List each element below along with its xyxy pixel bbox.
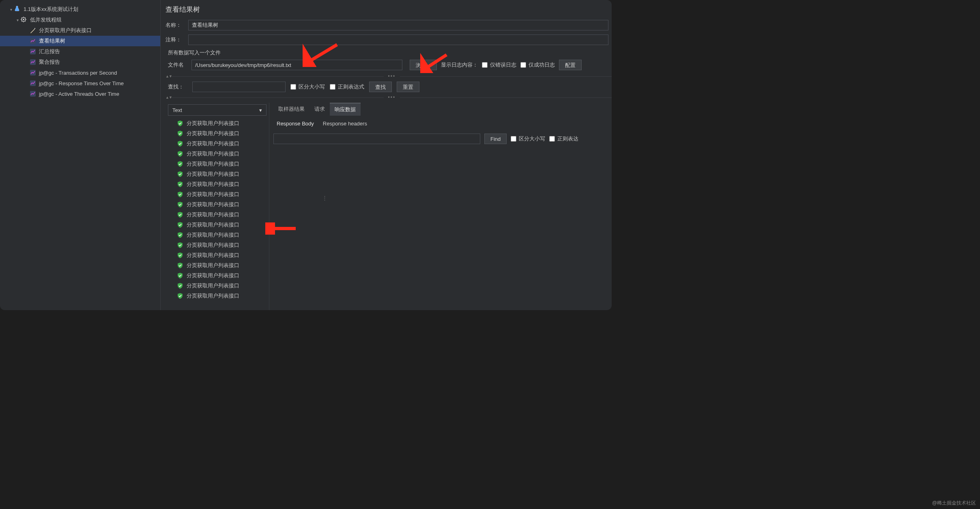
tree-item-label: 查看结果树 [39,37,65,45]
only-success-checkbox[interactable]: 仅成功日志 [520,61,555,69]
expand-toggle-icon[interactable]: ▾ [8,7,14,12]
tree-item-listener[interactable]: 汇总报告 [0,46,160,57]
result-item[interactable]: 分页获取用户列表接口 [165,260,269,270]
subtab-response-body[interactable]: Response Body [273,119,317,128]
search-input[interactable] [192,82,286,92]
result-item[interactable]: 分页获取用户列表接口 [165,138,269,149]
tree-item-label: jp@gc - Active Threads Over Time [39,91,119,97]
result-item-label: 分页获取用户列表接口 [187,292,239,300]
reset-button[interactable]: 重置 [397,82,419,92]
tree-item-listener[interactable]: jp@gc - Active Threads Over Time [0,88,160,99]
tree-item-label: jp@gc - Response Times Over Time [39,80,124,86]
result-item[interactable]: 分页获取用户列表接口 [165,250,269,260]
success-shield-icon [177,252,183,259]
vertical-drag-handle[interactable]: ⋮ [322,195,327,201]
tree-item-listener[interactable]: jp@gc - Response Times Over Time [0,78,160,88]
success-shield-icon [177,242,183,248]
result-item-label: 分页获取用户列表接口 [187,242,239,249]
tree-item-listener[interactable]: jp@gc - Transactions per Second [0,67,160,78]
listener-icon [29,90,37,97]
result-item[interactable]: 分页获取用户列表接口 [165,128,269,138]
tree-item-sampler[interactable]: 分页获取用户列表接口 [0,25,160,36]
only-error-checkbox[interactable]: 仅错误日志 [482,61,516,69]
search-label: 查找： [168,83,187,91]
case-sensitive-checkbox[interactable]: 区分大小写 [290,83,325,91]
tree-group-label: 低并发线程组 [30,16,62,24]
browse-button[interactable]: 浏览... [410,60,437,70]
collapse-divider-2[interactable]: ▲▼ ••• [165,95,612,100]
listener-icon [29,48,37,55]
thread-group-icon [20,16,28,24]
result-item[interactable]: 分页获取用户列表接口 [165,189,269,199]
result-item[interactable]: 分页获取用户列表接口 [165,291,269,301]
success-shield-icon [177,151,183,157]
tree-sidebar: ▾ 1.1版本xx系统测试计划 ▾ 低并发线程组 分页获取用户列表接口查看结果树… [0,0,161,310]
tree-item-label: 分页获取用户列表接口 [39,27,92,34]
find-regex-checkbox[interactable]: 正则表达 [549,135,578,142]
result-item-label: 分页获取用户列表接口 [187,170,239,178]
result-list[interactable]: 分页获取用户列表接口分页获取用户列表接口分页获取用户列表接口分页获取用户列表接口… [165,118,269,310]
result-item[interactable]: 分页获取用户列表接口 [165,149,269,159]
result-item[interactable]: 分页获取用户列表接口 [165,209,269,220]
result-item-label: 分页获取用户列表接口 [187,160,239,168]
result-item-label: 分页获取用户列表接口 [187,221,239,229]
panel-title: 查看结果树 [165,5,612,14]
tree-thread-group[interactable]: ▾ 低并发线程组 [0,15,160,25]
result-item[interactable]: 分页获取用户列表接口 [165,220,269,230]
find-button[interactable]: Find [484,134,507,144]
success-shield-icon [177,140,183,147]
name-input[interactable] [188,20,608,30]
find-input[interactable] [273,134,480,144]
tree-item-listener[interactable]: 聚合报告 [0,57,160,67]
search-button[interactable]: 查找 [369,82,392,92]
result-item[interactable]: 分页获取用户列表接口 [165,230,269,240]
success-shield-icon [177,293,183,299]
subtab-response-headers[interactable]: Response headers [320,119,370,128]
result-item-label: 分页获取用户列表接口 [187,272,239,279]
results-tree-panel: Text ▾ 分页获取用户列表接口分页获取用户列表接口分页获取用户列表接口分页获… [165,103,269,310]
filename-input[interactable] [191,60,402,70]
vertical-drag-handle[interactable]: ⋮ [268,224,273,231]
result-item-label: 分页获取用户列表接口 [187,181,239,188]
result-item[interactable]: 分页获取用户列表接口 [165,118,269,128]
result-item-label: 分页获取用户列表接口 [187,140,239,147]
collapse-toggle-icon[interactable]: ▲▼ [165,74,172,78]
svg-point-2 [34,28,35,29]
tab-request[interactable]: 请求 [309,103,330,115]
collapse-toggle-icon[interactable]: ▲▼ [165,95,172,99]
comment-input[interactable] [188,35,608,45]
result-item[interactable]: 分页获取用户列表接口 [165,270,269,280]
tree-root[interactable]: ▾ 1.1版本xx系统测试计划 [0,4,160,15]
tab-sampler-result[interactable]: 取样器结果 [273,103,309,115]
renderer-select-value: Text [172,107,182,113]
main-panel: 查看结果树 名称： 注释： 所有数据写入一个文件 文件名 浏览... 显示日志内… [161,0,612,310]
configure-button[interactable]: 配置 [559,60,582,70]
result-item[interactable]: 分页获取用户列表接口 [165,169,269,179]
expand-toggle-icon[interactable]: ▾ [15,18,20,22]
regex-checkbox[interactable]: 正则表达式 [330,83,364,91]
success-shield-icon [177,262,183,269]
result-item-label: 分页获取用户列表接口 [187,120,239,127]
test-plan-icon [14,6,21,13]
result-item[interactable]: 分页获取用户列表接口 [165,240,269,250]
result-item-label: 分页获取用户列表接口 [187,150,239,157]
result-item[interactable]: 分页获取用户列表接口 [165,159,269,169]
tree-item-label: 聚合报告 [39,58,60,66]
success-shield-icon [177,171,183,177]
result-item-label: 分页获取用户列表接口 [187,201,239,208]
renderer-select[interactable]: Text ▾ [168,104,266,116]
result-item[interactable]: 分页获取用户列表接口 [165,179,269,189]
result-item[interactable]: 分页获取用户列表接口 [165,199,269,209]
comment-label: 注释： [165,36,188,43]
success-shield-icon [177,181,183,188]
response-panel: 取样器结果 请求 响应数据 Response Body Response hea… [269,103,612,310]
svg-point-1 [23,19,24,20]
find-case-checkbox[interactable]: 区分大小写 [511,135,545,142]
tab-response-data[interactable]: 响应数据 [330,103,361,116]
write-all-label: 所有数据写入一个文件 [165,49,612,56]
tree-root-label: 1.1版本xx系统测试计划 [24,6,78,13]
result-item[interactable]: 分页获取用户列表接口 [165,280,269,291]
collapse-divider[interactable]: ▲▼ ••• [165,73,612,79]
show-log-label: 显示日志内容： [441,61,478,69]
tree-item-view-results[interactable]: 查看结果树 [0,36,160,46]
